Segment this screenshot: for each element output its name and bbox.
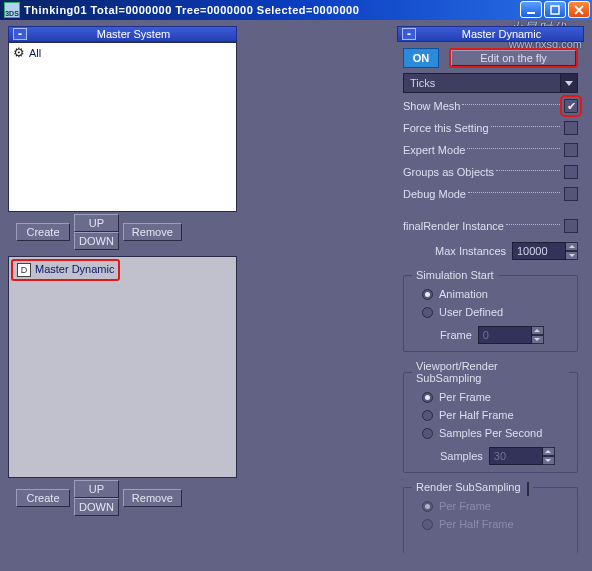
max-instances-spinner[interactable]: 10000 [512, 242, 578, 260]
create-button[interactable]: Create [16, 223, 70, 241]
up-button[interactable]: UP [74, 480, 119, 498]
on-button[interactable]: ON [403, 48, 439, 68]
svg-rect-1 [551, 6, 559, 14]
svg-rect-0 [527, 12, 535, 14]
master-system-panel: - Master System ⚙ All Create UP DOWN Rem… [8, 26, 237, 250]
collapse-icon[interactable]: - [13, 28, 27, 40]
max-instances-value[interactable]: 10000 [512, 242, 566, 260]
remove-button[interactable]: Remove [123, 223, 182, 241]
group-legend: Viewport/Render SubSampling [412, 360, 569, 384]
down-button[interactable]: DOWN [74, 498, 119, 516]
group-legend: Simulation Start [412, 269, 498, 281]
frame-value[interactable]: 0 [478, 326, 532, 344]
per-half-frame-radio[interactable] [422, 410, 433, 421]
samples-spinner[interactable]: 30 [489, 447, 555, 465]
spin-up-icon[interactable] [566, 242, 578, 251]
render-subsampling-group: Render SubSampling Per Frame Per Half Fr… [403, 481, 578, 553]
per-frame-radio[interactable] [422, 392, 433, 403]
show-mesh-checkbox[interactable] [564, 99, 578, 113]
user-defined-radio[interactable] [422, 307, 433, 318]
spin-down-icon[interactable] [566, 251, 578, 260]
spin-down-icon[interactable] [543, 456, 555, 465]
finalrender-checkbox[interactable] [564, 219, 578, 233]
master-dynamic-panel: - Master Dynamic ON Edit on the fly Tick… [397, 26, 584, 553]
samples-value[interactable]: 30 [489, 447, 543, 465]
group-legend: Render SubSampling [412, 481, 533, 493]
spin-up-icon[interactable] [532, 326, 544, 335]
max-instances-label: Max Instances [435, 245, 506, 257]
close-button[interactable] [568, 1, 590, 18]
spin-down-icon[interactable] [532, 335, 544, 344]
minimize-button[interactable] [520, 1, 542, 18]
user-defined-label: User Defined [439, 306, 503, 318]
dropdown-value: Ticks [403, 73, 560, 93]
render-subsampling-checkbox[interactable] [527, 482, 529, 496]
gear-icon: ⚙ [13, 45, 25, 60]
chevron-down-icon[interactable] [560, 73, 578, 93]
simulation-start-group: Simulation Start Animation User Defined … [403, 269, 578, 352]
viewport-subsampling-group: Viewport/Render SubSampling Per Frame Pe… [403, 360, 578, 473]
dynamic-list-panel: D Master Dynamic Create UP DOWN Remove [8, 256, 237, 516]
list-item[interactable]: D Master Dynamic [11, 259, 120, 281]
animation-label: Animation [439, 288, 488, 300]
down-button[interactable]: DOWN [74, 232, 119, 250]
show-mesh-label: Show Mesh [403, 100, 460, 112]
list-item-label: Master Dynamic [35, 263, 114, 277]
panel-header-master-system[interactable]: - Master System [8, 26, 237, 42]
edit-on-the-fly-button[interactable]: Edit on the fly [449, 48, 578, 68]
render-per-frame-label: Per Frame [439, 500, 491, 512]
samples-per-second-radio[interactable] [422, 428, 433, 439]
per-frame-label: Per Frame [439, 391, 491, 403]
window-title: Thinking01 Total=0000000 Tree=0000000 Se… [24, 4, 592, 16]
master-system-list[interactable]: ⚙ All [8, 42, 237, 212]
render-per-frame-radio[interactable] [422, 501, 433, 512]
debug-mode-label: Debug Mode [403, 188, 466, 200]
list-item-label: All [29, 47, 41, 59]
render-per-half-frame-label: Per Half Frame [439, 518, 514, 530]
render-per-half-frame-radio[interactable] [422, 519, 433, 530]
maximize-button[interactable] [544, 1, 566, 18]
frame-spinner[interactable]: 0 [478, 326, 544, 344]
panel-header-master-dynamic[interactable]: - Master Dynamic [397, 26, 584, 42]
up-button[interactable]: UP [74, 214, 119, 232]
samples-label: Samples [440, 450, 483, 462]
debug-mode-checkbox[interactable] [564, 187, 578, 201]
units-dropdown[interactable]: Ticks [403, 73, 578, 93]
frame-label: Frame [440, 329, 472, 341]
force-setting-label: Force this Setting [403, 122, 489, 134]
app-icon: 3DS [4, 2, 20, 18]
force-setting-checkbox[interactable] [564, 121, 578, 135]
expert-mode-checkbox[interactable] [564, 143, 578, 157]
dynamic-list[interactable]: D Master Dynamic [8, 256, 237, 478]
samples-per-second-label: Samples Per Second [439, 427, 542, 439]
groups-objects-checkbox[interactable] [564, 165, 578, 179]
document-icon: D [17, 263, 31, 277]
groups-objects-label: Groups as Objects [403, 166, 494, 178]
titlebar: 3DS Thinking01 Total=0000000 Tree=000000… [0, 0, 592, 20]
remove-button[interactable]: Remove [123, 489, 182, 507]
list-item[interactable]: ⚙ All [9, 43, 236, 62]
collapse-icon[interactable]: - [402, 28, 416, 40]
spin-up-icon[interactable] [543, 447, 555, 456]
create-button[interactable]: Create [16, 489, 70, 507]
expert-mode-label: Expert Mode [403, 144, 465, 156]
finalrender-label: finalRender Instance [403, 220, 504, 232]
per-half-frame-label: Per Half Frame [439, 409, 514, 421]
animation-radio[interactable] [422, 289, 433, 300]
